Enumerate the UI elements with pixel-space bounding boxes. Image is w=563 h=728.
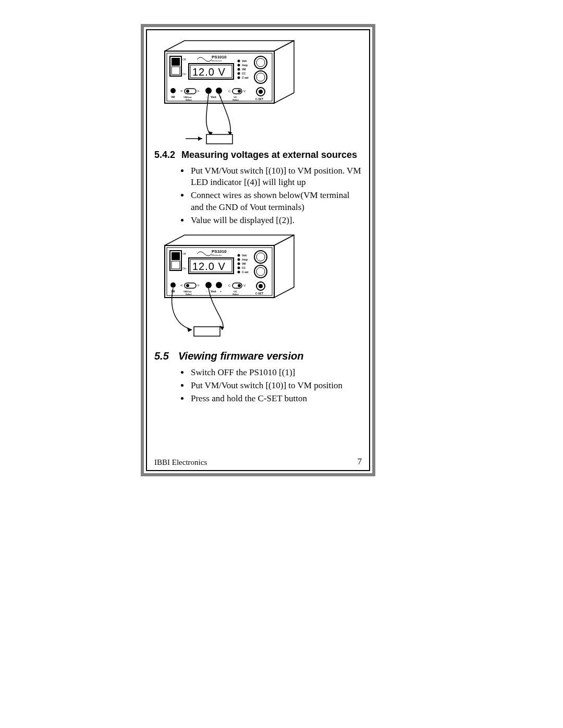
svg-text:Select: Select bbox=[186, 98, 192, 101]
svg-text:C-set: C-set bbox=[242, 76, 249, 79]
svg-point-9 bbox=[238, 60, 240, 63]
svg-text:Select: Select bbox=[232, 98, 239, 101]
svg-text:Amp: Amp bbox=[242, 64, 248, 67]
svg-rect-47 bbox=[206, 134, 232, 144]
svg-point-87 bbox=[216, 282, 222, 288]
svg-point-98 bbox=[259, 284, 263, 288]
svg-marker-100 bbox=[187, 327, 192, 332]
svg-point-13 bbox=[238, 68, 240, 71]
svg-point-23 bbox=[170, 88, 176, 93]
svg-marker-0 bbox=[165, 41, 294, 51]
svg-rect-55 bbox=[172, 252, 180, 260]
svg-marker-51 bbox=[274, 235, 294, 298]
svg-point-17 bbox=[238, 77, 240, 79]
svg-text:Off: Off bbox=[182, 252, 186, 255]
svg-point-32 bbox=[216, 88, 222, 94]
svg-text:+: + bbox=[220, 290, 222, 293]
svg-text:CC: CC bbox=[242, 72, 246, 75]
svg-point-64 bbox=[238, 254, 240, 257]
svg-text:Vout: Vout bbox=[211, 95, 216, 98]
heading-number: 5.5 bbox=[154, 350, 178, 363]
svg-text:PS1010: PS1010 bbox=[212, 249, 227, 254]
figure-device-2: Off On PS1010 Electronics 12.0 V Volt Am… bbox=[154, 231, 362, 340]
svg-point-68 bbox=[238, 263, 240, 265]
heading-title: Measuring voltages at external sources bbox=[181, 149, 357, 161]
svg-text:C-SET: C-SET bbox=[255, 97, 263, 101]
svg-text:VM: VM bbox=[242, 68, 246, 71]
svg-text:Electronics: Electronics bbox=[212, 254, 222, 256]
svg-marker-50 bbox=[165, 235, 294, 245]
bullet-list-2: Switch OFF the PS1010 [(1)] Put VM/Vout … bbox=[190, 367, 362, 406]
svg-rect-56 bbox=[172, 261, 180, 269]
footer-page-number: 7 bbox=[358, 456, 362, 467]
svg-rect-5 bbox=[172, 58, 180, 66]
switch-on-label: On bbox=[182, 72, 186, 76]
svg-text:C-SET: C-SET bbox=[255, 292, 263, 295]
svg-point-15 bbox=[238, 72, 240, 75]
svg-text:Amp: Amp bbox=[242, 258, 248, 261]
svg-text:Volt: Volt bbox=[242, 59, 247, 63]
bullet-item: Connect wires as shown below(VM terminal… bbox=[190, 190, 362, 214]
svg-point-86 bbox=[205, 282, 212, 288]
bullet-item: Press and hold the C-SET button bbox=[190, 393, 362, 405]
svg-text:Select: Select bbox=[232, 293, 239, 295]
svg-point-31 bbox=[205, 88, 212, 94]
heading-5-4-2: 5.4.2 Measuring voltages at external sou… bbox=[154, 149, 362, 161]
svg-point-70 bbox=[238, 267, 240, 269]
heading-number: 5.4.2 bbox=[154, 149, 181, 161]
svg-text:On: On bbox=[182, 267, 186, 270]
svg-text:V: V bbox=[243, 90, 246, 93]
svg-point-27 bbox=[186, 90, 189, 93]
svg-text:>: > bbox=[197, 283, 200, 288]
footer-left: IBBI Electronics bbox=[154, 458, 207, 467]
display-value-1: 12.0 V bbox=[192, 66, 226, 78]
svg-text:VM: VM bbox=[242, 262, 246, 265]
svg-point-82 bbox=[186, 284, 189, 287]
svg-rect-6 bbox=[172, 67, 180, 75]
svg-text:12.0 V: 12.0 V bbox=[192, 261, 226, 272]
svg-point-11 bbox=[238, 64, 240, 67]
page-frame-inner: Off On PS1010 Electronics 12.0 V Volt Am… bbox=[146, 29, 370, 471]
svg-rect-102 bbox=[194, 327, 220, 336]
bullet-item: Put VM/Vout switch [(10)] to VM position bbox=[190, 380, 362, 392]
page-frame-outer: Off On PS1010 Electronics 12.0 V Volt Am… bbox=[141, 24, 375, 476]
svg-text:<: < bbox=[180, 283, 183, 288]
bullet-item: Switch OFF the PS1010 [(1)] bbox=[190, 367, 362, 379]
svg-point-72 bbox=[238, 271, 240, 274]
svg-point-66 bbox=[238, 258, 240, 261]
svg-text:CC: CC bbox=[242, 266, 246, 269]
svg-point-93 bbox=[238, 284, 241, 287]
brand-model: PS1010 bbox=[212, 55, 227, 59]
svg-text:Volt: Volt bbox=[242, 254, 247, 257]
bullet-item: Put VM/Vout switch [(10)] to VM position… bbox=[190, 165, 362, 189]
brand-sub: Electronics bbox=[212, 59, 222, 62]
svg-text:C-set: C-set bbox=[242, 270, 249, 274]
svg-text:Select: Select bbox=[186, 293, 192, 295]
svg-point-43 bbox=[259, 90, 263, 94]
page-footer: IBBI Electronics 7 bbox=[154, 456, 362, 467]
figure-device-1: Off On PS1010 Electronics 12.0 V Volt Am… bbox=[154, 36, 362, 146]
svg-point-78 bbox=[170, 282, 176, 288]
svg-text:<: < bbox=[180, 89, 183, 93]
svg-text:C: C bbox=[228, 284, 231, 287]
bullet-item: Value will be displayed [(2)]. bbox=[190, 215, 362, 227]
svg-text:Vout: Vout bbox=[211, 290, 216, 293]
switch-off-label: Off bbox=[182, 58, 186, 61]
svg-point-38 bbox=[238, 90, 241, 93]
svg-text:V: V bbox=[243, 284, 246, 287]
svg-marker-1 bbox=[274, 41, 294, 103]
svg-text:>: > bbox=[197, 89, 200, 93]
svg-text:C: C bbox=[228, 90, 231, 93]
heading-title: Viewing firmware version bbox=[178, 350, 303, 363]
bullet-list-1: Put VM/Vout switch [(10)] to VM position… bbox=[190, 165, 362, 228]
svg-marker-49 bbox=[198, 137, 202, 141]
heading-5-5: 5.5 Viewing firmware version bbox=[154, 350, 362, 363]
svg-text:VM: VM bbox=[171, 95, 175, 98]
